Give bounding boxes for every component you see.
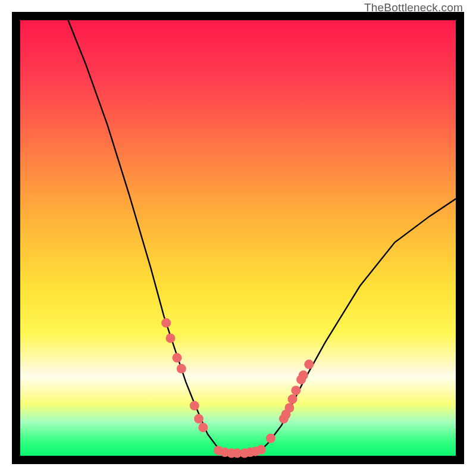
marker-dot: [194, 414, 203, 424]
bottleneck-curve: [68, 20, 456, 453]
marker-dot: [177, 364, 186, 374]
marker-dot: [161, 318, 171, 328]
marker-dot: [198, 422, 208, 432]
marker-dot: [173, 353, 182, 362]
left-markers: [161, 318, 208, 433]
marker-dot: [299, 371, 308, 380]
marker-dot: [166, 333, 176, 343]
curve-path: [68, 20, 456, 453]
marker-dot: [304, 359, 314, 369]
bottleneck-chart: TheBottleneck.com: [0, 0, 476, 476]
marker-dot: [288, 394, 298, 404]
marker-dot: [284, 403, 294, 413]
bottom-markers: [214, 445, 266, 458]
marker-dot: [291, 386, 300, 395]
marker-dot: [266, 434, 275, 443]
marker-dot: [190, 401, 199, 411]
plot-frame: TheBottleneck.com: [12, 12, 464, 464]
right-markers: [266, 359, 314, 443]
marker-dot: [256, 445, 266, 455]
chart-overlay-svg: [12, 12, 464, 464]
